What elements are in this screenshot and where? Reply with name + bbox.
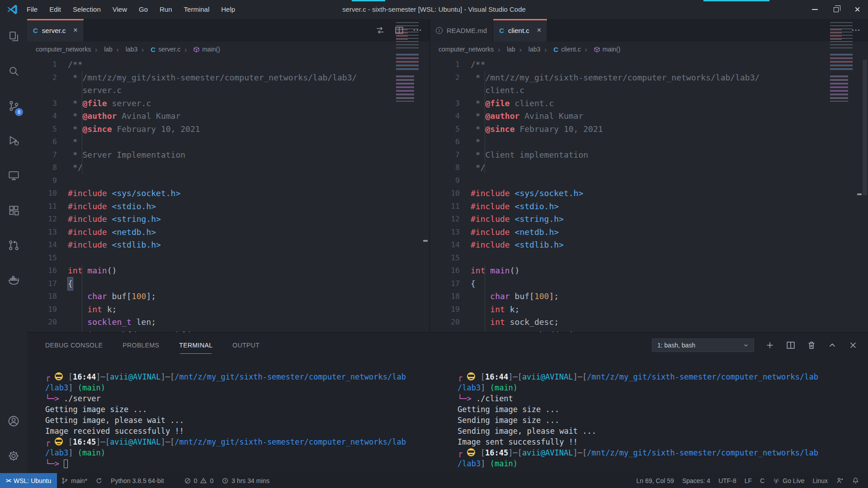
account-icon: [7, 415, 20, 427]
menu-edit[interactable]: Edit: [43, 0, 67, 19]
split-terminal-icon[interactable]: [786, 340, 796, 350]
tab-bar-left: server.c ×: [27, 19, 429, 42]
encoding-item[interactable]: UTF-8: [714, 473, 741, 488]
code-line: 11#include <stdio.h>: [27, 200, 429, 213]
terminal-line: ┌ [16:45]─[avii@AVINAL]─[/mnt/z/my_git/s…: [45, 436, 436, 447]
tab-label: README.md: [447, 27, 487, 34]
terminal-pane-server[interactable]: ┌ [16:44]─[avii@AVINAL]─[/mnt/z/my_git/s…: [45, 358, 436, 473]
terminal-line: /lab3] (main): [45, 382, 436, 393]
code-line: 18 char buf[100];: [430, 290, 868, 303]
cursor-position-item[interactable]: Ln 69, Col 59: [632, 473, 678, 488]
breadcrumb-item[interactable]: lab3: [515, 46, 540, 53]
menu-run[interactable]: Run: [154, 0, 178, 19]
code-line: 13#include <netdb.h>: [430, 226, 868, 239]
minimap[interactable]: [396, 20, 422, 104]
sidebar-item-source-control[interactable]: 8: [0, 89, 27, 123]
code-line: 17{: [27, 277, 429, 291]
breadcrumb-item-file[interactable]: client.c: [540, 46, 580, 53]
python-version-item[interactable]: Python 3.8.5 64-bit: [107, 473, 168, 488]
breadcrumb-item[interactable]: lab: [91, 46, 113, 53]
source-control-badge: 8: [15, 108, 23, 116]
sidebar-item-settings[interactable]: [0, 438, 27, 473]
open-changes-icon[interactable]: [375, 25, 385, 35]
accent-strip: [352, 0, 385, 1]
status-bar: >< WSL: Ubuntu main* Python 3.8.5 64-bit…: [0, 473, 868, 488]
close-panel-icon[interactable]: [848, 340, 858, 350]
menu-go[interactable]: Go: [133, 0, 154, 19]
code-line: 2 * /mnt/z/my_git/sixth-semester/compute…: [430, 71, 868, 84]
c-file-icon: [553, 46, 558, 53]
breadcrumb-item[interactable]: computer_networks: [36, 46, 91, 53]
breadcrumb-item-file[interactable]: server.c: [137, 46, 180, 53]
terminal-select[interactable]: 1: bash, bash: [652, 338, 754, 352]
code-line: 5 * @since February 10, 2021: [27, 123, 429, 136]
breadcrumb-item-symbol[interactable]: main(): [581, 46, 621, 53]
python-version-label: Python 3.8.5 64-bit: [111, 477, 164, 484]
os-item[interactable]: Linux: [809, 473, 832, 488]
remote-indicator[interactable]: >< WSL: Ubuntu: [0, 473, 57, 488]
terminal-line: /lab3] (main): [458, 382, 864, 393]
sidebar-item-remote-explorer[interactable]: [0, 158, 27, 193]
sync-item[interactable]: [91, 473, 107, 488]
minimize-button[interactable]: [804, 0, 826, 19]
code-line: 12#include <string.h>: [27, 213, 429, 226]
terminal-pane-client[interactable]: ┌ [16:44]─[avii@AVINAL]─[/mnt/z/my_git/s…: [458, 358, 864, 473]
restore-button[interactable]: [826, 0, 847, 19]
close-button[interactable]: ✕: [847, 0, 868, 19]
tab-server-c[interactable]: server.c ×: [27, 19, 84, 42]
feedback-item[interactable]: [832, 473, 848, 488]
tab-label: client.c: [508, 27, 529, 34]
indentation-item[interactable]: Spaces: 4: [678, 473, 714, 488]
code-line: 12#include <string.h>: [430, 213, 868, 226]
sidebar-item-github-pull-requests[interactable]: [0, 228, 27, 263]
breadcrumb-item[interactable]: computer_networks: [439, 46, 494, 53]
new-terminal-icon[interactable]: [765, 340, 775, 350]
code-line: 15: [430, 252, 868, 265]
git-branch-item[interactable]: main*: [57, 473, 91, 488]
tab-close-icon[interactable]: ×: [537, 26, 541, 34]
breadcrumb-item[interactable]: lab: [494, 46, 515, 53]
code-line: 8 */: [27, 161, 429, 174]
menu-view[interactable]: View: [107, 0, 133, 19]
menu-terminal[interactable]: Terminal: [178, 0, 216, 19]
menu-help[interactable]: Help: [215, 0, 241, 19]
menu-selection[interactable]: Selection: [67, 0, 107, 19]
sidebar-item-extensions[interactable]: [0, 193, 27, 228]
sidebar-item-run-debug[interactable]: [0, 123, 27, 158]
time-tracker-item[interactable]: 3 hrs 34 mins: [217, 473, 274, 488]
tab-close-icon[interactable]: ×: [73, 26, 77, 34]
go-live-item[interactable]: Go Live: [769, 473, 808, 488]
sidebar-item-accounts[interactable]: [0, 404, 27, 438]
panel-tab-output[interactable]: OUTPUT: [232, 333, 259, 358]
panel-tab-terminal[interactable]: TERMINAL: [179, 333, 212, 358]
problems-item[interactable]: 0 0: [180, 473, 218, 488]
remote-explorer-icon: [8, 169, 20, 182]
search-icon: [8, 65, 20, 77]
menu-file[interactable]: File: [21, 0, 43, 19]
breadcrumb-item[interactable]: lab3: [113, 46, 137, 53]
tab-client-c[interactable]: client.c ×: [493, 19, 547, 42]
panel-tab-debug-console[interactable]: DEBUG CONSOLE: [45, 333, 103, 358]
panel-tab-problems[interactable]: PROBLEMS: [123, 333, 159, 358]
code-line: 16int main(): [27, 264, 429, 277]
eol-item[interactable]: LF: [741, 473, 756, 488]
code-line: 21 struct sockaddr_in server;: [430, 329, 868, 333]
language-mode-item[interactable]: C: [756, 473, 769, 488]
code-line: 19 int k;: [430, 303, 868, 316]
code-line: 8 */: [430, 161, 868, 174]
clock-icon: [222, 477, 229, 484]
editor-scrollbar[interactable]: [863, 60, 867, 195]
chevron-down-icon: [742, 342, 750, 349]
code-editor-server[interactable]: 1/**2 * /mnt/z/my_git/sixth-semester/com…: [27, 57, 429, 332]
c-file-icon: [33, 27, 38, 34]
sidebar-item-docker[interactable]: [0, 263, 27, 297]
sidebar-item-explorer[interactable]: [0, 19, 27, 54]
maximize-panel-icon[interactable]: [827, 340, 837, 350]
code-editor-client[interactable]: 1/**2 * /mnt/z/my_git/sixth-semester/com…: [430, 57, 868, 332]
sidebar-item-search[interactable]: [0, 54, 27, 89]
minimap[interactable]: [830, 20, 856, 104]
notifications-item[interactable]: [848, 473, 863, 488]
kill-terminal-icon[interactable]: [807, 340, 816, 350]
tab-readme-md[interactable]: README.md: [430, 19, 493, 42]
breadcrumb-item-symbol[interactable]: main(): [180, 46, 220, 53]
